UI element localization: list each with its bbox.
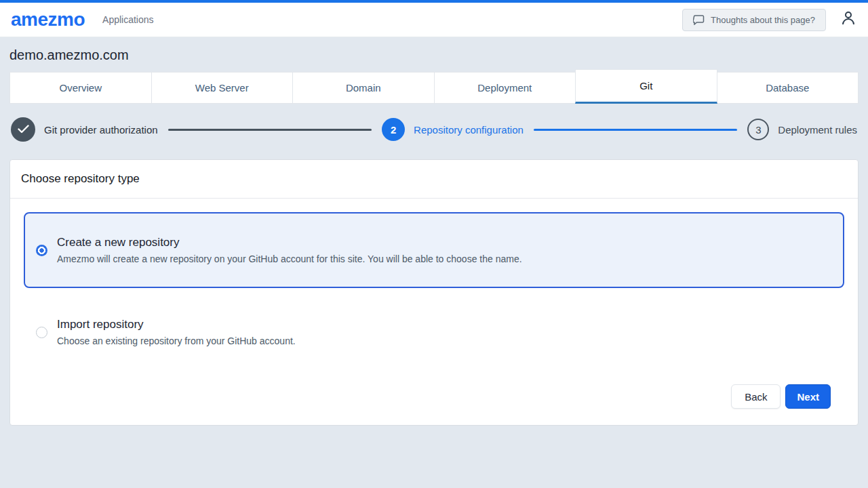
option-description: Amezmo will create a new repository on y… <box>57 253 522 264</box>
repository-type-card: Choose repository type Create a new repo… <box>9 159 859 426</box>
next-button[interactable]: Next <box>785 384 831 409</box>
step-3-circle: 3 <box>747 119 769 140</box>
tab-bar: Overview Web Server Domain Deployment Gi… <box>9 72 859 104</box>
option-title: Import repository <box>57 318 296 331</box>
feedback-button-label: Thoughts about this page? <box>711 15 815 25</box>
card-title: Choose repository type <box>10 160 858 199</box>
option-import-repository[interactable]: Import repository Choose an existing rep… <box>24 307 844 357</box>
option-create-new-repository[interactable]: Create a new repository Amezmo will crea… <box>24 212 844 288</box>
account-button[interactable] <box>840 9 857 30</box>
nav-applications[interactable]: Applications <box>102 14 154 25</box>
step-1-circle <box>11 117 35 142</box>
option-text: Import repository Choose an existing rep… <box>57 318 296 346</box>
tab-git[interactable]: Git <box>575 69 717 104</box>
tab-domain[interactable]: Domain <box>292 72 435 104</box>
amezmo-logo[interactable]: amezmo <box>11 9 85 30</box>
card-body: Create a new repository Amezmo will crea… <box>10 199 858 425</box>
step-2-circle: 2 <box>382 118 405 141</box>
user-icon <box>840 9 857 30</box>
step-connector-1 <box>168 129 372 131</box>
tab-overview[interactable]: Overview <box>9 72 152 104</box>
step-connector-2 <box>534 129 737 131</box>
step-deployment-rules: 3 Deployment rules <box>747 119 857 140</box>
step-3-label: Deployment rules <box>778 124 857 136</box>
tab-web-server[interactable]: Web Server <box>151 72 294 104</box>
tab-deployment[interactable]: Deployment <box>434 72 576 104</box>
site-title: demo.amezmo.com <box>9 47 859 63</box>
check-icon <box>18 124 29 136</box>
step-repository-configuration: 2 Repository configuration <box>382 118 524 141</box>
feedback-button[interactable]: Thoughts about this page? <box>682 9 826 31</box>
wizard-stepper: Git provider authorization 2 Repository … <box>11 117 857 142</box>
option-text: Create a new repository Amezmo will crea… <box>57 236 522 264</box>
option-description: Choose an existing repository from your … <box>57 336 296 346</box>
back-button[interactable]: Back <box>731 384 781 409</box>
step-2-label: Repository configuration <box>414 124 524 136</box>
step-1-label: Git provider authorization <box>44 124 158 136</box>
tab-database[interactable]: Database <box>717 72 859 104</box>
step-git-provider-authorization: Git provider authorization <box>11 117 158 142</box>
option-title: Create a new repository <box>57 236 522 249</box>
radio-create-new-repository[interactable] <box>36 245 47 256</box>
radio-import-repository[interactable] <box>36 327 47 338</box>
app-header: amezmo Applications Thoughts about this … <box>0 3 868 37</box>
speech-bubble-icon <box>693 15 705 25</box>
card-actions: Back Next <box>24 357 844 409</box>
page-content: demo.amezmo.com Overview Web Server Doma… <box>0 47 868 426</box>
